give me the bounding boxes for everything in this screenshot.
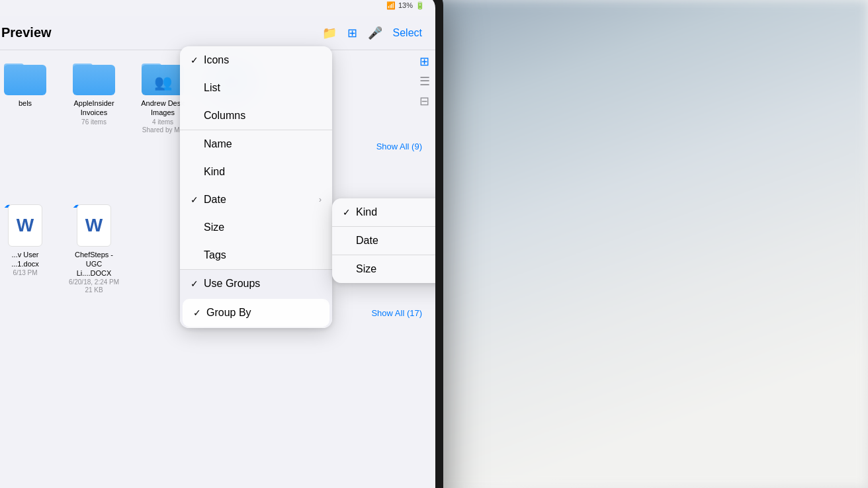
menu-item-columns[interactable]: Columns xyxy=(180,102,332,130)
menu-item-kind[interactable]: Kind xyxy=(180,158,332,186)
checkmark-icon-date: ✓ xyxy=(191,194,204,205)
group-by-submenu: ✓ Kind Date Size xyxy=(332,198,435,283)
sort-dropdown: ✓ Icons List Columns xyxy=(180,46,332,328)
page-title: Preview xyxy=(1,25,52,40)
select-button[interactable]: Select xyxy=(393,27,422,39)
word-letter-2: W xyxy=(85,215,103,236)
folder-icon-bels xyxy=(4,61,46,95)
menu-item-date[interactable]: ✓ Date › xyxy=(180,186,332,214)
menu-item-icons[interactable]: ✓ Icons xyxy=(180,46,332,74)
menu-item-name[interactable]: Name xyxy=(180,130,332,158)
view-section: ✓ Icons List Columns xyxy=(180,46,332,130)
menu-label: Kind xyxy=(204,166,322,178)
menu-item-size[interactable]: Size xyxy=(180,214,332,241)
checkmark-icon-use-groups: ✓ xyxy=(191,278,204,289)
sort-section: Name Kind ✓ Date › xyxy=(180,130,332,269)
list-view-toggle[interactable]: ☰ xyxy=(419,74,430,89)
view-toggles: ⊞ ☰ ⊟ xyxy=(419,54,430,108)
file-size: 21 KB xyxy=(85,286,103,294)
status-icons: 📶 13% 🔋 xyxy=(386,1,425,10)
file-name: AppleInsider Invoices xyxy=(67,99,120,118)
submenu-label: Date xyxy=(356,235,435,247)
submenu-item-date[interactable]: Date xyxy=(332,227,435,255)
menu-label: Group By xyxy=(206,307,319,319)
menu-label: Name xyxy=(204,138,322,150)
menu-label: Icons xyxy=(204,54,322,66)
word-doc-wrapper: ☁ W xyxy=(8,204,42,247)
file-date: 6/20/18, 2:24 PM xyxy=(69,278,119,286)
submenu-label: Kind xyxy=(356,206,433,218)
word-file-icon-2: W xyxy=(77,204,111,247)
battery-percent: 13% xyxy=(398,1,413,9)
status-bar: 📶 13% 🔋 xyxy=(0,0,435,16)
folder-icon-shared: 👥 xyxy=(142,61,184,95)
file-meta: 76 items xyxy=(81,118,107,126)
submenu-label: Size xyxy=(356,263,435,275)
checkmark-icon: ✓ xyxy=(191,55,204,65)
wifi-icon: 📶 xyxy=(386,1,396,10)
menu-label: Size xyxy=(204,222,322,233)
word-doc-wrapper-2: ☁ W xyxy=(77,204,111,247)
word-file-icon: W xyxy=(8,204,42,247)
ipad-screen: 📶 13% 🔋 Preview 📁 ⊞ 🎤 Select xyxy=(0,0,435,488)
column-view-toggle[interactable]: ⊟ xyxy=(419,94,430,108)
header-actions: 📁 ⊞ 🎤 Select xyxy=(322,26,422,40)
menu-label: List xyxy=(204,82,322,94)
file-name: ...v User ...1.docx xyxy=(0,250,52,269)
sort-menu: ✓ Icons List Columns xyxy=(180,46,332,328)
menu-item-group-by[interactable]: ✓ Group By xyxy=(183,299,329,327)
file-meta: 6/13 PM xyxy=(13,269,37,276)
menu-label: Date xyxy=(204,194,319,206)
ipad-device: 📶 13% 🔋 Preview 📁 ⊞ 🎤 Select xyxy=(0,0,443,488)
file-name: ChefSteps - UGC Li....DOCX xyxy=(67,250,120,278)
checkmark-icon-kind: ✓ xyxy=(343,207,356,218)
list-item[interactable]: AppleInsider Invoices 76 items xyxy=(67,61,120,126)
word-letter: W xyxy=(17,215,34,236)
list-item[interactable]: ☁ W ChefSteps - UGC Li....DOCX 6/20/18, … xyxy=(67,204,120,294)
menu-label: Use Groups xyxy=(204,278,322,290)
app-header: Preview 📁 ⊞ 🎤 Select xyxy=(0,16,435,50)
folder-icon-invoices xyxy=(73,61,115,95)
group-section: ✓ Use Groups ✓ Group By xyxy=(180,270,332,327)
checkmark-icon-group-by: ✓ xyxy=(193,307,206,318)
battery-icon: 🔋 xyxy=(415,1,425,10)
submenu-item-size[interactable]: Size xyxy=(332,255,435,283)
grid-view-icon[interactable]: ⊞ xyxy=(347,26,357,40)
list-item[interactable]: ☁ W ...v User ...1.docx 6/13 PM xyxy=(0,204,52,277)
menu-item-use-groups[interactable]: ✓ Use Groups xyxy=(180,270,332,298)
file-submeta: Shared by Me xyxy=(142,126,183,134)
file-meta: 4 items xyxy=(152,118,173,126)
background-blur xyxy=(405,0,868,488)
list-item[interactable]: bels xyxy=(0,61,52,108)
menu-label: Tags xyxy=(204,249,322,261)
menu-label: Columns xyxy=(204,110,322,122)
file-name: bels xyxy=(19,99,32,108)
menu-item-tags[interactable]: Tags xyxy=(180,241,332,269)
folder-icon[interactable]: 📁 xyxy=(322,26,337,40)
mic-icon[interactable]: 🎤 xyxy=(368,26,382,40)
chevron-down-icon: › xyxy=(319,195,322,204)
icon-view-toggle[interactable]: ⊞ xyxy=(419,54,430,69)
people-icon: 👥 xyxy=(154,74,172,91)
menu-item-list[interactable]: List xyxy=(180,74,332,102)
submenu-item-kind[interactable]: ✓ Kind xyxy=(332,198,435,226)
